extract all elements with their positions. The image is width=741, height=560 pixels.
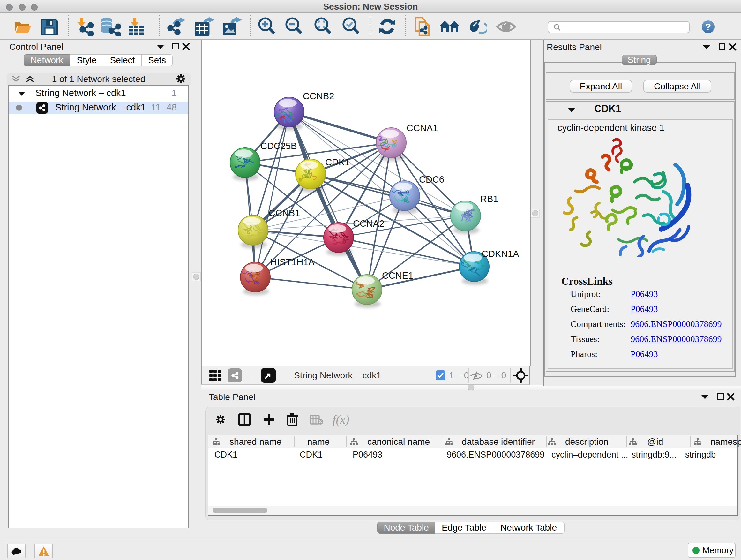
svg-text:CCNB2: CCNB2 <box>303 91 334 101</box>
svg-text:CCNA1: CCNA1 <box>407 123 438 133</box>
svg-text:RB1: RB1 <box>480 194 498 204</box>
svg-text:HIST1H1A: HIST1H1A <box>270 257 315 267</box>
svg-text:CDKN1A: CDKN1A <box>482 249 519 259</box>
svg-text:CDK1: CDK1 <box>325 157 350 167</box>
svg-text:CDC25B: CDC25B <box>260 141 297 151</box>
svg-text:CCNE1: CCNE1 <box>382 270 413 281</box>
svg-text:CDC6: CDC6 <box>419 174 444 185</box>
svg-text:CCNA2: CCNA2 <box>353 219 384 229</box>
svg-text:CCNB1: CCNB1 <box>269 208 300 218</box>
